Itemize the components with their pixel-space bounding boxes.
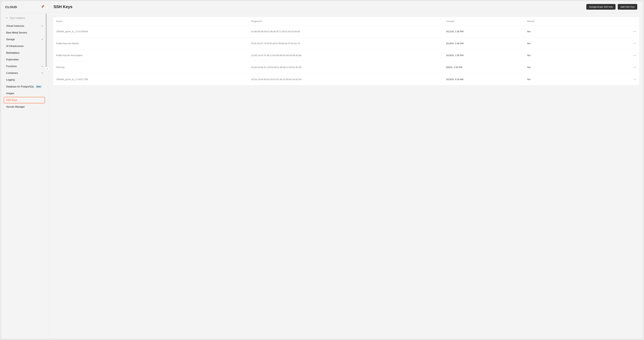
more-icon <box>633 78 636 81</box>
cell-created: 3/13/24, 1:55 PM <box>446 54 527 56</box>
sidebar-item-secrets-manager[interactable]: Secrets Manager <box>5 104 44 110</box>
svg-point-10 <box>635 55 636 55</box>
sidebar-item-containers[interactable]: Containers <box>5 70 44 76</box>
cell-shared: Yes <box>527 78 603 81</box>
sidebar-item-label: Virtual Instances <box>6 25 24 27</box>
beta-badge: Beta <box>35 85 42 88</box>
page-title: SSH Keys <box>54 4 72 9</box>
notification-dot <box>43 5 44 6</box>
content-area: Name Fingerprint Created Shared 330448_g… <box>47 12 643 85</box>
sidebar-item-label: AI Infrastructure <box>6 45 24 47</box>
sidebar-item-images[interactable]: Images <box>5 90 44 97</box>
sidebar-search[interactable] <box>5 13 44 23</box>
chevron-right-icon <box>41 65 43 67</box>
chevron-right-icon <box>41 38 43 40</box>
sidebar-item-label: Marketplace <box>6 51 20 54</box>
sidebar-item-label: Secrets Manager <box>6 105 25 108</box>
more-icon <box>633 42 636 45</box>
cell-fingerprint: 18:3a:10:e4:d4:5a:35:01:b7:dc:c5:93:ee:2… <box>251 78 446 81</box>
autogenerate-ssh-key-button[interactable]: Autogenerate SSH Key <box>586 4 616 10</box>
more-icon <box>633 30 636 33</box>
table-row: 330448_gcore_lu_17101605441e:db:da:5d:08… <box>53 25 639 37</box>
svg-point-0 <box>6 17 7 18</box>
cell-shared: Yes <box>527 30 603 33</box>
sidebar-nav: Virtual InstancesBare Metal ServersStora… <box>5 23 44 110</box>
col-header-name: Name <box>56 20 251 22</box>
svg-point-12 <box>634 67 635 67</box>
chevron-left-icon <box>46 68 48 70</box>
sidebar-item-label: Bare Metal Servers <box>6 31 27 34</box>
col-header-created: Created <box>446 20 527 22</box>
col-header-shared: Shared <box>527 20 603 22</box>
cell-fingerprint: 62:ab:e4:82:d1:1d:93:da:61:d6:56:c2:09:b… <box>251 66 446 68</box>
sidebar-item-virtual-instances[interactable]: Virtual Instances <box>5 23 44 29</box>
search-input[interactable] <box>10 17 44 19</box>
table-row: Pub-key62:ab:e4:82:d1:1d:93:da:61:d6:56:… <box>53 61 639 73</box>
cell-name: Pub-key <box>56 66 251 68</box>
main-panel: SSH Keys Autogenerate SSH Key Add SSH Ke… <box>47 1 643 339</box>
svg-point-9 <box>634 55 635 55</box>
svg-point-15 <box>634 79 635 79</box>
svg-line-1 <box>7 18 8 19</box>
row-actions-button[interactable] <box>633 66 636 69</box>
more-icon <box>633 66 636 69</box>
app-frame: CLOUD Virtual InstancesBare Metal Server… <box>1 1 643 339</box>
svg-point-6 <box>634 43 635 43</box>
sidebar: CLOUD Virtual InstancesBare Metal Server… <box>1 1 47 339</box>
more-icon <box>633 54 636 57</box>
cell-created: 3/13/24, 9:16 AM <box>446 78 527 81</box>
cell-name: Public-key-not-shared <box>56 42 251 45</box>
svg-point-4 <box>635 31 636 32</box>
chevron-right-icon <box>41 72 43 74</box>
sidebar-item-label: Functions <box>6 65 17 68</box>
chevron-right-icon <box>41 25 43 27</box>
svg-point-2 <box>634 31 634 32</box>
cell-name: Public-key-for-test-project <box>56 54 251 56</box>
add-ssh-key-button[interactable]: Add SSH Key <box>618 4 637 10</box>
svg-point-5 <box>634 43 634 43</box>
table-row: Public-key-for-test-project15:36:1a:c4:7… <box>53 49 639 61</box>
sidebar-item-ssh-keys[interactable]: SSH Keys <box>4 97 45 103</box>
sidebar-divider <box>49 1 49 339</box>
sidebar-item-kubernetes[interactable]: Kubernetes <box>5 56 44 63</box>
cell-fingerprint: 02:dc:5c:87:73:4f:92:a0:f1:99:84:e6:57:6… <box>251 42 446 45</box>
sidebar-item-bare-metal-servers[interactable]: Bare Metal Servers <box>5 29 44 36</box>
sidebar-item-label: SSH Keys <box>6 99 17 101</box>
search-icon <box>6 17 8 19</box>
cell-created: 3/13/24, 1:56 PM <box>446 42 527 45</box>
svg-point-11 <box>634 67 634 67</box>
svg-point-14 <box>634 79 634 79</box>
sidebar-item-logging[interactable]: Logging <box>5 77 44 83</box>
cell-shared: Yes <box>527 42 603 45</box>
sidebar-item-label: Containers <box>6 72 18 74</box>
sidebar-item-storage[interactable]: Storage <box>5 36 44 43</box>
sidebar-item-ai-infrastructure[interactable]: AI Infrastructure <box>5 43 44 49</box>
svg-point-7 <box>635 43 636 43</box>
svg-point-16 <box>635 79 636 79</box>
sidebar-scrollbar[interactable] <box>46 13 47 339</box>
row-actions-button[interactable] <box>633 54 636 57</box>
sidebar-item-label: Logging <box>6 78 15 81</box>
svg-point-8 <box>634 55 634 55</box>
sidebar-item-database-for-postgresql[interactable]: Database for PostgreSQLBeta <box>5 83 44 90</box>
svg-point-13 <box>635 67 636 67</box>
cell-shared: Yes <box>527 54 603 56</box>
col-header-fingerprint: Fingerprint <box>251 20 446 22</box>
row-actions-button[interactable] <box>633 30 636 33</box>
sidebar-item-label: Images <box>6 92 14 95</box>
cell-fingerprint: 15:36:1a:c4:7e:3b:13:9a:56:89:55:0a:5d:9… <box>251 54 446 56</box>
row-actions-button[interactable] <box>633 42 636 45</box>
collapse-sidebar-button[interactable] <box>45 67 49 71</box>
sidebar-header: CLOUD <box>5 5 44 9</box>
table-row: 330448_gcore_lu_171031778618:3a:10:e4:d4… <box>53 73 639 85</box>
table-header-row: Name Fingerprint Created Shared <box>53 17 639 25</box>
cell-name: 330448_gcore_lu_1710160544 <box>56 30 251 33</box>
sidebar-scroll-thumb[interactable] <box>46 13 47 68</box>
notifications-button[interactable] <box>41 5 44 9</box>
row-actions-button[interactable] <box>633 78 636 81</box>
cell-name: 330448_gcore_lu_1710317786 <box>56 78 251 81</box>
sidebar-item-functions[interactable]: Functions <box>5 63 44 69</box>
sidebar-item-label: Kubernetes <box>6 58 19 61</box>
sidebar-item-marketplace[interactable]: Marketplace <box>5 50 44 56</box>
page-header: SSH Keys Autogenerate SSH Key Add SSH Ke… <box>47 1 643 12</box>
